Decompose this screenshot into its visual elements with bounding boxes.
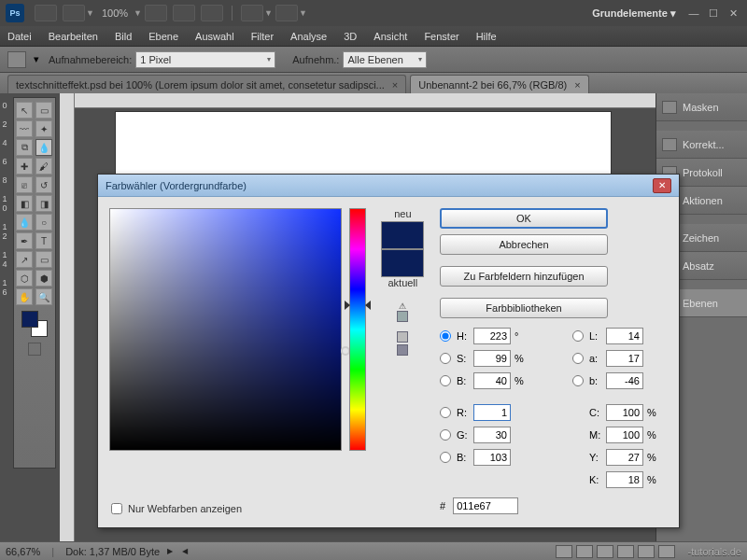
hue-slider[interactable] xyxy=(349,208,365,451)
dodge-tool[interactable]: ○ xyxy=(35,214,52,231)
menu-ebene[interactable]: Ebene xyxy=(148,31,178,42)
bh-input[interactable] xyxy=(473,372,511,389)
menu-bild[interactable]: Bild xyxy=(115,31,132,42)
zoom-label[interactable]: 100% xyxy=(102,7,128,19)
c-input[interactable] xyxy=(606,404,643,421)
quickmask-toggle[interactable] xyxy=(28,343,41,356)
bh-radio[interactable] xyxy=(440,375,451,386)
y-input[interactable] xyxy=(606,449,643,466)
web-colors-checkbox[interactable]: Nur Webfarben anzeigen xyxy=(111,503,242,514)
color-field[interactable] xyxy=(109,208,342,451)
close-icon[interactable]: × xyxy=(574,79,580,91)
hex-input[interactable] xyxy=(453,497,518,514)
l-input[interactable] xyxy=(606,328,643,344)
m-input[interactable] xyxy=(606,427,643,443)
eyedropper-icon[interactable] xyxy=(7,51,26,68)
eyedropper-tool[interactable]: 💧 xyxy=(35,139,52,156)
status-zoom[interactable]: 66,67% xyxy=(6,546,40,557)
panel-masken[interactable]: Masken xyxy=(656,93,747,121)
marquee-tool[interactable]: ▭ xyxy=(35,102,52,119)
status-icon[interactable] xyxy=(638,545,655,558)
zoom-icon[interactable] xyxy=(173,5,195,21)
panel-korrekturen[interactable]: Korrekt... xyxy=(656,131,747,159)
g-input[interactable] xyxy=(473,427,511,443)
bv-radio[interactable] xyxy=(440,452,451,463)
bl-input[interactable] xyxy=(606,372,643,389)
blur-tool[interactable]: 💧 xyxy=(16,214,33,231)
bl-radio[interactable] xyxy=(572,375,584,386)
fg-color[interactable] xyxy=(21,311,38,328)
r-radio[interactable] xyxy=(440,407,451,418)
cancel-button[interactable]: Abbrechen xyxy=(440,234,608,255)
tab-document-2[interactable]: Unbenannt-2 bei 66,7% (RGB/8)× xyxy=(410,75,588,93)
view-icon[interactable] xyxy=(63,5,85,21)
close-button[interactable]: ✕ xyxy=(726,7,740,20)
h-radio[interactable] xyxy=(440,330,451,342)
menu-ansicht[interactable]: Ansicht xyxy=(374,31,407,42)
lasso-tool[interactable]: 〰 xyxy=(16,120,33,137)
menu-3d[interactable]: 3D xyxy=(344,31,357,42)
add-swatch-button[interactable]: Zu Farbfeldern hinzufügen xyxy=(440,266,608,287)
screen-icon[interactable] xyxy=(275,5,298,21)
move-tool[interactable]: ↖ xyxy=(16,102,33,119)
menu-filter[interactable]: Filter xyxy=(251,31,274,42)
workspace-switcher[interactable]: Grundelemente ▾ xyxy=(592,7,676,20)
close-icon[interactable]: × xyxy=(392,79,398,91)
rotate-icon[interactable] xyxy=(201,5,223,21)
hand-icon[interactable] xyxy=(145,5,167,21)
l-radio[interactable] xyxy=(572,330,584,342)
zoom-tool[interactable]: 🔍 xyxy=(35,288,52,305)
sample-size-dropdown[interactable]: 1 Pixel▾ xyxy=(135,51,275,68)
a-radio[interactable] xyxy=(572,353,584,364)
gradient-tool[interactable]: ◨ xyxy=(35,195,52,212)
type-tool[interactable]: T xyxy=(35,232,52,249)
a-input[interactable] xyxy=(606,350,643,367)
history-tool[interactable]: ↺ xyxy=(35,176,52,193)
status-icon[interactable] xyxy=(597,545,613,558)
maximize-button[interactable]: ☐ xyxy=(707,7,720,20)
g-radio[interactable] xyxy=(440,429,451,441)
menu-analyse[interactable]: Analyse xyxy=(290,31,327,42)
3d-cam-tool[interactable]: ⬢ xyxy=(35,270,52,287)
shape-tool[interactable]: ▭ xyxy=(35,251,52,268)
brush-tool[interactable]: 🖌 xyxy=(35,158,52,175)
bridge-icon[interactable] xyxy=(35,5,57,21)
warning-icon[interactable]: ⚠ xyxy=(397,301,408,324)
crop-tool[interactable]: ⧉ xyxy=(16,139,33,156)
sample-layers-dropdown[interactable]: Alle Ebenen▾ xyxy=(343,51,427,68)
color-swatches[interactable] xyxy=(21,311,48,337)
menu-datei[interactable]: Datei xyxy=(7,31,32,42)
status-icon[interactable] xyxy=(617,545,634,558)
path-tool[interactable]: ↗ xyxy=(16,251,33,268)
tab-document-1[interactable]: textschnitteffekt.psd bei 100% (Lorem ip… xyxy=(7,75,406,93)
current-color-swatch[interactable] xyxy=(381,249,424,277)
s-radio[interactable] xyxy=(440,353,451,364)
r-input[interactable] xyxy=(473,404,511,421)
ok-button[interactable]: OK xyxy=(440,208,608,229)
menu-fenster[interactable]: Fenster xyxy=(424,31,458,42)
3d-tool[interactable]: ⬡ xyxy=(16,270,33,287)
heal-tool[interactable]: ✚ xyxy=(16,158,33,175)
color-libraries-button[interactable]: Farbbibliotheken xyxy=(440,298,608,318)
status-icon[interactable] xyxy=(658,545,675,558)
status-icon[interactable] xyxy=(556,545,572,558)
menu-auswahl[interactable]: Auswahl xyxy=(195,31,234,42)
wand-tool[interactable]: ✦ xyxy=(35,120,52,137)
s-input[interactable] xyxy=(473,350,511,367)
close-icon[interactable]: ✕ xyxy=(653,178,671,193)
k-input[interactable] xyxy=(606,471,643,488)
hand-tool[interactable]: ✋ xyxy=(16,288,33,305)
pen-tool[interactable]: ✒ xyxy=(16,232,33,249)
stamp-tool[interactable]: ⎚ xyxy=(16,176,33,193)
minimize-button[interactable]: — xyxy=(687,7,700,19)
cube-icon[interactable] xyxy=(397,331,408,357)
dialog-title-bar[interactable]: Farbwähler (Vordergrundfarbe) ✕ xyxy=(98,175,679,197)
eraser-tool[interactable]: ◧ xyxy=(16,195,33,212)
bv-input[interactable] xyxy=(473,449,511,466)
arrange-icon[interactable] xyxy=(241,5,263,21)
status-doc[interactable]: Dok: 1,37 MB/0 Byte xyxy=(65,546,160,557)
menu-hilfe[interactable]: Hilfe xyxy=(476,31,497,42)
status-icon[interactable] xyxy=(576,545,593,558)
h-input[interactable] xyxy=(473,328,511,344)
menu-bearbeiten[interactable]: Bearbeiten xyxy=(49,31,98,42)
